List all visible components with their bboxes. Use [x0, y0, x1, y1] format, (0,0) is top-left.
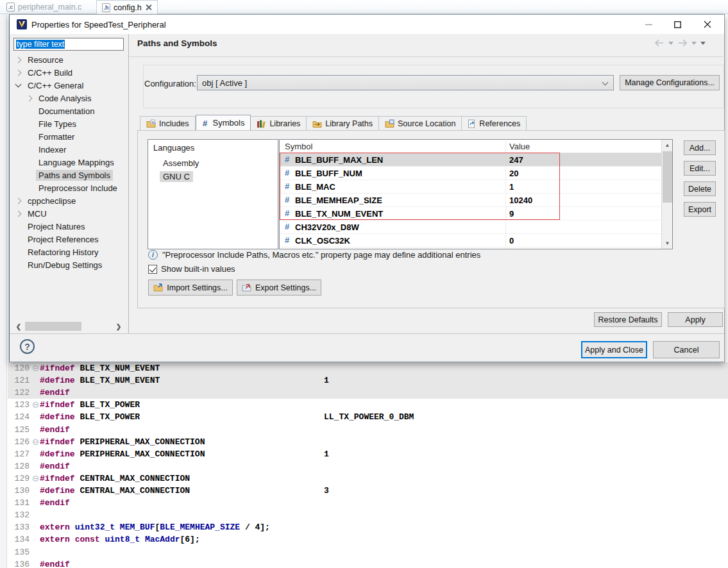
fold-collapse-icon[interactable]	[33, 365, 38, 371]
sidebar-item-resource[interactable]: Resource	[10, 53, 128, 66]
chevron-collapsed-icon[interactable]	[15, 69, 22, 76]
tab-close-icon[interactable]	[145, 4, 152, 11]
scrollbar-thumb[interactable]	[663, 151, 672, 203]
language-item-assembly[interactable]: Assembly	[160, 156, 202, 169]
hash-symbol-icon: #	[285, 168, 289, 178]
tab-symbols[interactable]: #Symbols	[196, 115, 251, 131]
show-builtin-checkbox[interactable]	[148, 265, 157, 274]
line-number: 131	[8, 497, 30, 509]
sidebar-item-c-c-build[interactable]: C/C++ Build	[10, 66, 128, 79]
filter-input[interactable]: type filter text	[13, 38, 124, 51]
table-vertical-scrollbar[interactable]: ▲ ▼	[661, 140, 672, 249]
table-row-BLE_BUFF_NUM[interactable]: #BLE_BUFF_NUM20	[280, 167, 662, 180]
code-line-128: 128#endif	[0, 460, 728, 472]
languages-list[interactable]: Languages AssemblyGNU C	[148, 139, 278, 249]
sidebar-item-paths-and-symbols[interactable]: Paths and Symbols	[10, 169, 128, 181]
table-header-row[interactable]: Symbol Value	[280, 140, 662, 153]
tree-item-label: Resource	[25, 54, 66, 65]
apply-and-close-button[interactable]: Apply and Close	[581, 341, 647, 358]
delete-button[interactable]: Delete	[684, 181, 716, 196]
sidebar-item-language-mappings[interactable]: Language Mappings	[10, 156, 128, 169]
configuration-select[interactable]: obj [ Active ]	[197, 75, 614, 90]
manage-configurations-button[interactable]: Manage Configurations...	[620, 75, 720, 90]
tab-library-paths[interactable]: Library Paths	[307, 116, 379, 131]
scroll-down-icon[interactable]: ▼	[662, 238, 673, 249]
help-button[interactable]: ?	[20, 339, 35, 354]
symbols-table[interactable]: Symbol Value #BLE_BUFF_MAX_LEN247#BLE_BU…	[279, 139, 673, 249]
fold-collapse-icon[interactable]	[33, 402, 38, 408]
sidebar-item-formatter[interactable]: Formatter	[10, 130, 128, 143]
sidebar-item-run-debug-settings[interactable]: Run/Debug Settings	[10, 258, 128, 271]
view-menu-icon[interactable]	[700, 42, 706, 45]
sidebar-item-cppcheclipse[interactable]: cppcheclipse	[10, 194, 128, 207]
tree-horizontal-scrollbar[interactable]: ❮ ❯	[13, 321, 124, 331]
hash-symbol-icon: #	[285, 208, 289, 218]
code-line-123: 123#ifndef BLE_TX_POWER	[0, 399, 728, 411]
chevron-collapsed-icon[interactable]	[15, 56, 22, 63]
scroll-right-icon[interactable]: ❯	[114, 321, 124, 331]
table-row-BLE_BUFF_MAX_LEN[interactable]: #BLE_BUFF_MAX_LEN247	[280, 153, 662, 167]
sidebar-item-refactoring-history[interactable]: Refactoring History	[10, 246, 128, 258]
chevron-spacer	[27, 122, 31, 126]
code-text: #endif	[40, 424, 70, 436]
sidebar-item-project-references[interactable]: Project References	[10, 233, 128, 246]
back-arrow-icon[interactable]	[654, 39, 665, 47]
maximize-button[interactable]	[665, 15, 690, 34]
forward-arrow-icon[interactable]	[677, 39, 688, 47]
symbol-column-header[interactable]: Symbol	[285, 142, 312, 151]
cancel-button[interactable]: Cancel	[653, 341, 720, 358]
tab-libraries[interactable]: Libraries	[251, 116, 307, 131]
tab-source-location[interactable]: Source Location	[379, 116, 462, 131]
sidebar-item-indexer[interactable]: Indexer	[10, 143, 128, 156]
table-row-CLK_OSC32K[interactable]: #CLK_OSC32K0	[280, 234, 662, 247]
close-button[interactable]	[695, 15, 720, 34]
add-button[interactable]: Add...	[684, 140, 716, 155]
chevron-collapsed-icon[interactable]	[15, 197, 22, 204]
back-menu-icon[interactable]	[668, 42, 673, 45]
tree-item-label: Project References	[25, 234, 101, 245]
languages-header: Languages	[153, 143, 194, 153]
language-item-gnu-c[interactable]: GNU C	[160, 170, 193, 183]
import-settings-label: Import Settings...	[167, 283, 227, 292]
fold-collapse-icon[interactable]	[33, 439, 38, 445]
forward-menu-icon[interactable]	[691, 42, 697, 45]
sidebar-item-mcu[interactable]: MCU	[10, 207, 128, 220]
apply-button[interactable]: Apply	[668, 312, 723, 327]
sidebar-item-project-natures[interactable]: Project Natures	[10, 220, 128, 233]
table-row-BLE_MAC[interactable]: #BLE_MAC1	[280, 180, 662, 194]
editor-tab-config.h[interactable]: .hconfig.h	[96, 0, 158, 14]
sidebar-item-c-c-general[interactable]: C/C++ General	[10, 79, 128, 92]
sidebar-item-documentation[interactable]: Documentation	[10, 104, 128, 117]
minimize-button[interactable]	[636, 15, 661, 34]
scroll-left-icon[interactable]: ❮	[13, 321, 24, 331]
tab-references[interactable]: References	[462, 116, 527, 131]
export-button[interactable]: Export	[684, 202, 716, 217]
value-column-header[interactable]: Value	[509, 142, 530, 151]
fold-collapse-icon[interactable]	[33, 476, 38, 481]
sidebar-item-code-analysis[interactable]: Code Analysis	[10, 92, 128, 104]
symbol-name: BLE_MAC	[295, 182, 335, 192]
chevron-spacer	[27, 160, 31, 165]
header-separator	[129, 56, 725, 57]
sidebar-item-preprocessor-include[interactable]: Preprocessor Include	[10, 181, 128, 194]
dialog-title: Properties for SpeedTest_Peripheral	[31, 20, 166, 29]
chevron-collapsed-icon[interactable]	[26, 95, 33, 101]
sidebar-item-file-types[interactable]: File Types	[10, 117, 128, 130]
edit-button[interactable]: Edit...	[684, 161, 716, 176]
restore-defaults-button[interactable]: Restore Defaults	[594, 312, 662, 327]
editor-tab-peripheral_main.c[interactable]: .cperipheral_main.c	[1, 0, 87, 14]
dialog-title-bar[interactable]: Properties for SpeedTest_Peripheral	[10, 15, 724, 34]
chevron-expanded-icon[interactable]	[15, 81, 22, 88]
table-row-CH32V20x_D8W[interactable]: #CH32V20x_D8W	[280, 221, 662, 234]
table-row-BLE_MEMHEAP_SIZE[interactable]: #BLE_MEMHEAP_SIZE10240	[280, 194, 662, 207]
scrollbar-thumb[interactable]	[25, 322, 81, 331]
export-settings-button[interactable]: Export Settings...	[237, 280, 321, 296]
line-number: 128	[8, 460, 30, 472]
table-row-BLE_TX_NUM_EVENT[interactable]: #BLE_TX_NUM_EVENT9	[280, 207, 662, 221]
chevron-collapsed-icon[interactable]	[15, 210, 22, 217]
tab-includes[interactable]: hIncludes	[140, 116, 196, 131]
line-number: 121	[8, 374, 30, 387]
scroll-up-icon[interactable]: ▲	[662, 140, 673, 151]
import-settings-button[interactable]: Import Settings...	[148, 280, 233, 296]
tree-item-label: cppcheclipse	[25, 196, 78, 206]
